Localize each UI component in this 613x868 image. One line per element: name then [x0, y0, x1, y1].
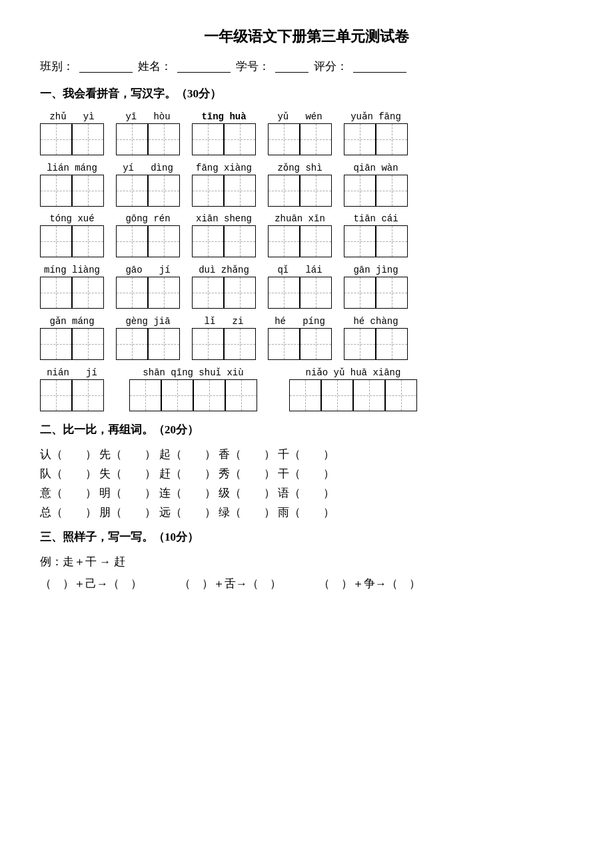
pinyin-group: qǐ lái — [268, 264, 332, 309]
compare-item: 起（ ） — [159, 447, 216, 462]
compare-row: 认（ ） 先（ ） 起（ ） 香（ ） 千（ ） — [40, 447, 573, 462]
char-box — [40, 175, 72, 207]
char-boxes — [268, 175, 332, 207]
char-box — [148, 175, 180, 207]
char-box — [116, 328, 148, 360]
pinyin-label: xiān sheng — [196, 213, 252, 224]
section2-title: 二、比一比，再组词。（20分） — [40, 422, 573, 437]
pinyin-row-1: zhǔ yì yī hòu tīng huà yǔ wén — [40, 111, 573, 155]
char-box — [116, 225, 148, 257]
pinyin-group: shān qīng shuǐ xiù — [129, 367, 257, 411]
char-boxes — [268, 328, 332, 360]
char-box — [225, 379, 257, 411]
compare-item: 语（ ） — [278, 485, 334, 501]
pinyin-label: niǎo yǔ huā xiāng — [306, 367, 401, 378]
char-boxes — [40, 328, 104, 360]
char-box — [148, 123, 180, 155]
compare-item: 级（ ） — [219, 485, 275, 501]
pinyin-group: yuǎn fāng — [344, 111, 408, 155]
char-box — [300, 328, 332, 360]
char-box — [268, 277, 300, 309]
char-box — [376, 277, 408, 309]
char-box — [376, 123, 408, 155]
char-boxes — [40, 277, 104, 309]
char-box — [344, 277, 376, 309]
pinyin-group: yī hòu — [116, 111, 180, 155]
pinyin-label: qiān wàn — [353, 163, 398, 173]
char-box — [192, 225, 224, 257]
pinyin-group: duì zhǎng — [192, 264, 256, 309]
char-box — [344, 225, 376, 257]
pinyin-label: fāng xiàng — [196, 163, 252, 173]
pinyin-label: gāo jí — [125, 265, 170, 275]
compare-row: 总（ ） 朋（ ） 远（ ） 绿（ ） 雨（ ） — [40, 505, 573, 520]
char-box — [192, 175, 224, 207]
class-blank — [79, 61, 133, 73]
pinyin-group: hé píng — [268, 316, 332, 360]
char-box — [300, 225, 332, 257]
compare-item: 雨（ ） — [278, 505, 334, 520]
char-box — [116, 277, 148, 309]
pinyin-label: duì zhǎng — [199, 264, 249, 275]
char-box — [148, 328, 180, 360]
compare-item: 香（ ） — [219, 447, 275, 462]
char-box — [72, 328, 104, 360]
char-box — [192, 123, 224, 155]
char-boxes — [116, 277, 180, 309]
char-box — [289, 379, 321, 411]
compare-item: 赶（ ） — [159, 466, 216, 481]
pinyin-label: tóng xué — [49, 213, 94, 224]
char-boxes — [116, 225, 180, 257]
pinyin-row-6: nián jí shān qīng shuǐ xiù niǎo yǔ huā x… — [40, 367, 573, 411]
pinyin-group: hé chàng — [344, 316, 408, 360]
char-box — [376, 175, 408, 207]
pinyin-group: tiān cái — [344, 213, 408, 257]
char-boxes — [192, 225, 256, 257]
id-label: 学号： — [236, 59, 270, 74]
char-box — [224, 123, 256, 155]
char-box — [268, 123, 300, 155]
pinyin-label: yǔ wén — [277, 111, 322, 122]
char-box — [40, 379, 72, 411]
pinyin-group: tóng xué — [40, 213, 104, 257]
char-box — [268, 225, 300, 257]
char-box — [344, 123, 376, 155]
char-box — [72, 379, 104, 411]
pinyin-label: zhǔ yì — [49, 111, 94, 122]
section3: 三、照样子，写一写。（10分） 例：走＋干 → 赶 （ ）＋己→（ ） （ ）＋… — [40, 529, 573, 591]
pinyin-group: zhǔ yì — [40, 111, 104, 155]
pinyin-label: qǐ lái — [277, 264, 322, 275]
pinyin-group: tīng huà — [192, 111, 256, 155]
pinyin-label: nián jí — [47, 367, 97, 378]
name-label: 姓名： — [138, 59, 172, 74]
char-boxes — [192, 277, 256, 309]
char-box — [40, 225, 72, 257]
char-box — [224, 175, 256, 207]
formula-item: （ ）＋争→（ ） — [318, 576, 420, 591]
pinyin-group: gǎn máng — [40, 315, 104, 360]
pinyin-group: yǔ wén — [268, 111, 332, 155]
pinyin-label: zǒng shì — [277, 162, 322, 173]
pinyin-label: hé píng — [275, 316, 325, 327]
char-box — [268, 175, 300, 207]
pinyin-label: hé chàng — [353, 316, 398, 327]
char-box — [116, 175, 148, 207]
pinyin-label: yuǎn fāng — [350, 111, 401, 122]
formula-item: （ ）＋己→（ ） — [40, 576, 142, 591]
char-box — [300, 175, 332, 207]
char-boxes — [40, 175, 104, 207]
char-box — [376, 225, 408, 257]
compare-item: 失（ ） — [99, 466, 156, 481]
pinyin-group: lǐ zi — [192, 315, 256, 360]
pinyin-group: zhuān xīn — [268, 213, 332, 257]
char-box — [300, 277, 332, 309]
pinyin-label: zhuān xīn — [275, 213, 325, 224]
compare-item: 总（ ） — [40, 505, 97, 520]
formula-row: （ ）＋己→（ ） （ ）＋舌→（ ） （ ）＋争→（ ） — [40, 576, 573, 591]
char-boxes — [192, 175, 256, 207]
pinyin-group: qiān wàn — [344, 163, 408, 207]
char-boxes — [344, 328, 408, 360]
pinyin-label: shān qīng shuǐ xiù — [143, 367, 243, 378]
pinyin-group: niǎo yǔ huā xiāng — [289, 367, 417, 411]
char-boxes — [344, 225, 408, 257]
